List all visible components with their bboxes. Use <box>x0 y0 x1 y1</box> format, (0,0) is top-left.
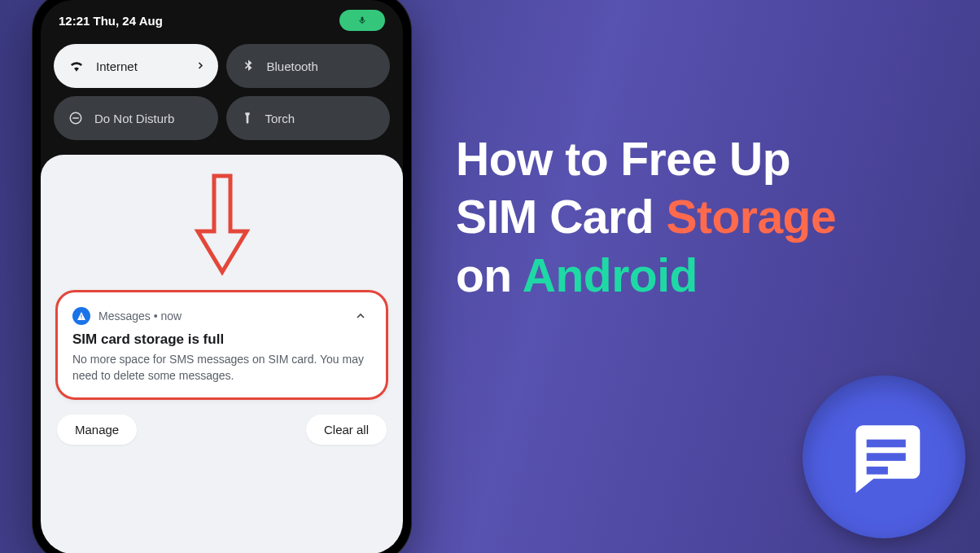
status-bar: 12:21 Thu, 24 Aug <box>41 0 403 36</box>
messages-app-icon <box>72 307 90 325</box>
quick-settings: Internet Bluetooth Do Not Disturb <box>41 36 403 155</box>
qs-label: Internet <box>96 59 138 73</box>
microphone-icon <box>357 15 367 25</box>
collapse-button[interactable] <box>350 305 371 327</box>
qs-tile-dnd[interactable]: Do Not Disturb <box>54 96 218 140</box>
messages-app-badge <box>803 375 965 538</box>
qs-label: Bluetooth <box>267 59 318 73</box>
chevron-up-icon <box>354 309 367 323</box>
headline-accent-android: Android <box>523 249 698 301</box>
torch-icon <box>241 111 254 125</box>
clear-all-button[interactable]: Clear all <box>306 415 387 445</box>
qs-label: Do Not Disturb <box>94 112 174 125</box>
headline-line-2a: SIM Card <box>456 191 666 243</box>
messages-icon <box>842 415 927 500</box>
headline-line-1: How to Free Up <box>456 130 836 188</box>
qs-tile-torch[interactable]: Torch <box>226 96 391 140</box>
arrow-down-icon <box>193 173 252 279</box>
notification-shade: Messages • now SIM card storage is full … <box>41 155 403 553</box>
svg-rect-1 <box>72 117 79 119</box>
phone-screen: 12:21 Thu, 24 Aug Internet Bluetooth <box>41 0 403 553</box>
notification-time: now <box>161 309 182 323</box>
headline-accent-storage: Storage <box>666 191 836 243</box>
notification-app-name: Messages <box>98 309 151 323</box>
status-clock-date: 12:21 Thu, 24 Aug <box>59 14 163 28</box>
chevron-right-icon <box>195 59 205 73</box>
microphone-indicator[interactable] <box>339 10 385 31</box>
notification-card[interactable]: Messages • now SIM card storage is full … <box>55 290 388 400</box>
shade-actions: Manage Clear all <box>55 400 388 445</box>
qs-label: Torch <box>265 112 295 125</box>
svg-rect-4 <box>866 466 887 474</box>
wifi-icon <box>68 58 85 74</box>
notification-title: SIM card storage is full <box>72 331 371 348</box>
notification-header: Messages • now <box>72 305 371 327</box>
svg-rect-3 <box>866 453 905 461</box>
manage-button[interactable]: Manage <box>57 415 137 445</box>
phone-mockup: 12:21 Thu, 24 Aug Internet Bluetooth <box>33 0 411 553</box>
notification-body: No more space for SMS messages on SIM ca… <box>72 351 371 384</box>
qs-tile-bluetooth[interactable]: Bluetooth <box>226 44 391 88</box>
headline-line-3a: on <box>456 249 523 301</box>
annotation-arrow <box>55 169 388 290</box>
qs-tile-internet[interactable]: Internet <box>54 44 218 88</box>
bluetooth-icon <box>241 59 256 73</box>
dnd-icon <box>68 111 83 125</box>
page-title: How to Free Up SIM Card Storage on Andro… <box>456 130 836 305</box>
svg-rect-2 <box>866 439 905 447</box>
